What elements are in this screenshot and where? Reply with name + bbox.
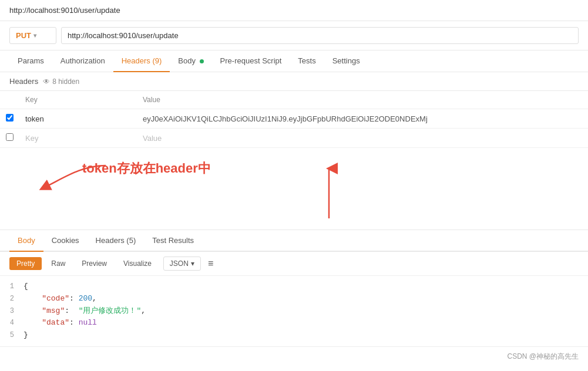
code-line-1: 1 { bbox=[0, 281, 588, 293]
resp-tab-test-results[interactable]: Test Results bbox=[144, 230, 202, 252]
tab-body[interactable]: Body bbox=[170, 50, 211, 72]
top-url-bar: http://localhost:9010/user/update bbox=[0, 0, 588, 21]
format-chevron-icon: ▾ bbox=[191, 259, 194, 268]
table-row: Key Value bbox=[0, 129, 588, 148]
hidden-count: 8 hidden bbox=[52, 77, 79, 86]
tab-authorization[interactable]: Authorization bbox=[52, 50, 113, 72]
row2-checkbox[interactable] bbox=[6, 133, 14, 141]
view-preview-button[interactable]: Preview bbox=[75, 257, 114, 270]
method-select[interactable]: PUT ▾ bbox=[9, 27, 56, 44]
footer-text: CSDN @神秘的高先生 bbox=[507, 352, 579, 360]
col-key-header: Key bbox=[19, 91, 137, 109]
row1-checkbox-cell bbox=[0, 109, 19, 129]
json-val-code: 200 bbox=[79, 294, 92, 303]
code-line-5: 5 } bbox=[0, 329, 588, 342]
tab-pre-request-script[interactable]: Pre-request Script bbox=[212, 50, 290, 72]
col-checkbox bbox=[0, 91, 19, 109]
tab-settings[interactable]: Settings bbox=[324, 50, 368, 72]
format-select[interactable]: JSON ▾ bbox=[163, 257, 201, 271]
json-key-msg: "msg" bbox=[42, 306, 65, 315]
arrow2-svg bbox=[305, 160, 352, 224]
resp-tab-headers[interactable]: Headers (5) bbox=[88, 230, 145, 252]
view-pretty-button[interactable]: Pretty bbox=[9, 257, 42, 270]
headers-section: Headers 👁 8 hidden bbox=[0, 72, 588, 91]
row2-value-placeholder[interactable]: Value bbox=[137, 129, 588, 148]
format-label: JSON bbox=[170, 259, 189, 268]
code-content-5: } bbox=[23, 329, 588, 342]
footer: CSDN @神秘的高先生 bbox=[0, 346, 588, 366]
chevron-down-icon: ▾ bbox=[33, 32, 36, 39]
row2-key-placeholder[interactable]: Key bbox=[19, 129, 137, 148]
code-line-3: 3 "msg": "用户修改成功！", bbox=[0, 305, 588, 318]
wrap-button[interactable]: ≡ bbox=[208, 258, 213, 269]
resp-tab-body[interactable]: Body bbox=[9, 230, 43, 252]
code-content-1: { bbox=[23, 281, 588, 293]
hidden-badge: 👁 8 hidden bbox=[43, 77, 79, 86]
view-visualize-button[interactable]: Visualize bbox=[116, 257, 159, 270]
line-num-3: 3 bbox=[0, 305, 23, 317]
line-num-2: 2 bbox=[0, 293, 23, 305]
code-content-4: "data": null bbox=[23, 317, 588, 329]
code-line-4: 4 "data": null bbox=[0, 317, 588, 329]
row2-checkbox-cell bbox=[0, 129, 19, 148]
line-num-4: 4 bbox=[0, 317, 23, 329]
row1-checkbox[interactable] bbox=[6, 114, 14, 122]
headers-label-text: Headers bbox=[9, 77, 38, 86]
top-url-text: http://localhost:9010/user/update bbox=[9, 6, 120, 15]
method-label: PUT bbox=[16, 31, 31, 40]
line-num-5: 5 bbox=[0, 329, 23, 341]
tab-params[interactable]: Params bbox=[9, 50, 52, 72]
code-content-2: "code": 200, bbox=[23, 293, 588, 305]
json-key-data: "data" bbox=[42, 318, 69, 327]
table-row: token eyJ0eXAiOiJKV1QiLCJhbGciOiJIUzI1Ni… bbox=[0, 109, 588, 129]
request-tabs-bar: Params Authorization Headers (9) Body Pr… bbox=[0, 50, 588, 72]
json-key-code: "code" bbox=[42, 294, 69, 303]
tab-headers[interactable]: Headers (9) bbox=[113, 50, 170, 72]
headers-table: Key Value token eyJ0eXAiOiJKV1QiLCJhbGci… bbox=[0, 91, 588, 148]
col-value-header: Value bbox=[137, 91, 588, 109]
response-tabs-bar: Body Cookies Headers (5) Test Results bbox=[0, 230, 588, 252]
annotation-area: token存放在header中 bbox=[0, 148, 588, 230]
row1-value[interactable]: eyJ0eXAiOiJKV1QiLCJhbGciOiJIUzI1NiJ9.eyJ… bbox=[137, 109, 588, 129]
url-input[interactable] bbox=[61, 27, 579, 44]
tab-tests[interactable]: Tests bbox=[290, 50, 324, 72]
code-area: 1 { 2 "code": 200, 3 "msg": "用户修改成功！", 4… bbox=[0, 276, 588, 346]
json-val-msg: "用户修改成功！" bbox=[79, 306, 142, 315]
line-num-1: 1 bbox=[0, 281, 23, 292]
headers-table-container: Key Value token eyJ0eXAiOiJKV1QiLCJhbGci… bbox=[0, 91, 588, 230]
body-dot-indicator bbox=[200, 59, 204, 63]
code-line-2: 2 "code": 200, bbox=[0, 293, 588, 305]
annotation-text: token存放在header中 bbox=[82, 160, 211, 177]
resp-tab-cookies[interactable]: Cookies bbox=[43, 230, 88, 252]
view-raw-button[interactable]: Raw bbox=[44, 257, 72, 270]
eye-icon: 👁 bbox=[43, 77, 50, 86]
response-section: Body Cookies Headers (5) Test Results Pr… bbox=[0, 230, 588, 346]
code-content-3: "msg": "用户修改成功！", bbox=[23, 305, 588, 318]
row1-key[interactable]: token bbox=[19, 109, 137, 129]
json-val-data: null bbox=[79, 318, 97, 327]
request-line: PUT ▾ bbox=[0, 21, 588, 50]
response-toolbar: Pretty Raw Preview Visualize JSON ▾ ≡ bbox=[0, 252, 588, 276]
